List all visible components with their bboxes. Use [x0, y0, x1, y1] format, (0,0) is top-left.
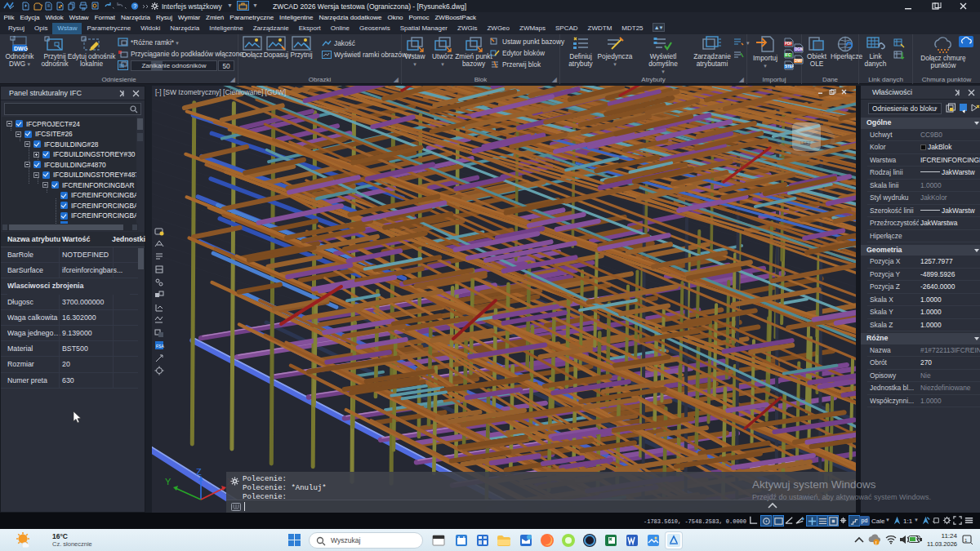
svg-text:LEFT: LEFT	[800, 140, 812, 145]
svg-text:?: ?	[133, 3, 136, 9]
svg-text:DWG: DWG	[14, 46, 29, 51]
svg-text:!: !	[875, 540, 877, 545]
svg-text:IFC: IFC	[785, 53, 791, 57]
svg-text:Z: Z	[196, 467, 202, 477]
svg-text:FSA: FSA	[156, 344, 164, 349]
svg-text:1: 1	[964, 538, 968, 543]
svg-text:PDF: PDF	[785, 42, 792, 46]
svg-text:Y: Y	[165, 477, 172, 487]
